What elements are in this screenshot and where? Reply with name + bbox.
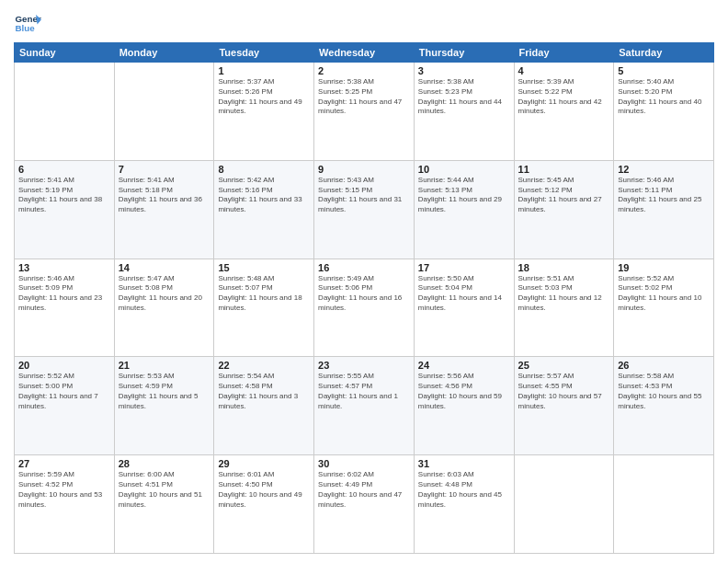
day-number: 18 (518, 262, 610, 273)
day-info: Sunrise: 5:47 AM Sunset: 5:08 PM Dayligh… (119, 274, 210, 314)
calendar-cell: 16Sunrise: 5:49 AM Sunset: 5:06 PM Dayli… (314, 259, 415, 357)
day-info: Sunrise: 5:52 AM Sunset: 5:00 PM Dayligh… (18, 372, 110, 411)
day-number: 27 (18, 458, 110, 469)
day-number: 26 (618, 360, 710, 371)
day-number: 3 (418, 65, 510, 76)
calendar-cell: 19Sunrise: 5:52 AM Sunset: 5:02 PM Dayli… (614, 259, 714, 357)
day-info: Sunrise: 5:59 AM Sunset: 4:52 PM Dayligh… (18, 470, 110, 510)
calendar-cell: 1Sunrise: 5:37 AM Sunset: 5:26 PM Daylig… (214, 63, 314, 161)
day-number: 15 (218, 262, 310, 273)
day-number: 9 (318, 164, 410, 175)
calendar-cell: 17Sunrise: 5:50 AM Sunset: 5:04 PM Dayli… (414, 259, 514, 357)
calendar-cell (614, 455, 714, 554)
day-number: 4 (518, 65, 610, 76)
calendar-cell: 10Sunrise: 5:44 AM Sunset: 5:13 PM Dayli… (414, 160, 514, 259)
day-number: 10 (418, 164, 510, 175)
day-info: Sunrise: 6:03 AM Sunset: 4:48 PM Dayligh… (418, 470, 510, 510)
day-info: Sunrise: 5:55 AM Sunset: 4:57 PM Dayligh… (318, 372, 410, 411)
day-info: Sunrise: 5:57 AM Sunset: 4:55 PM Dayligh… (518, 372, 610, 411)
day-number: 17 (418, 262, 510, 273)
day-info: Sunrise: 5:43 AM Sunset: 5:15 PM Dayligh… (318, 176, 410, 215)
calendar-cell: 21Sunrise: 5:53 AM Sunset: 4:59 PM Dayli… (114, 357, 214, 455)
day-info: Sunrise: 6:00 AM Sunset: 4:51 PM Dayligh… (119, 470, 210, 510)
calendar-cell: 6Sunrise: 5:41 AM Sunset: 5:19 PM Daylig… (15, 160, 115, 259)
day-info: Sunrise: 5:49 AM Sunset: 5:06 PM Dayligh… (318, 274, 410, 314)
day-info: Sunrise: 5:40 AM Sunset: 5:20 PM Dayligh… (618, 77, 710, 117)
weekday-header-tuesday: Tuesday (214, 43, 314, 63)
calendar-cell: 15Sunrise: 5:48 AM Sunset: 5:07 PM Dayli… (214, 259, 314, 357)
weekday-header-row: SundayMondayTuesdayWednesdayThursdayFrid… (15, 43, 714, 63)
calendar-cell: 29Sunrise: 6:01 AM Sunset: 4:50 PM Dayli… (214, 455, 314, 554)
day-info: Sunrise: 5:56 AM Sunset: 4:56 PM Dayligh… (418, 372, 510, 411)
weekday-header-friday: Friday (514, 43, 614, 63)
day-info: Sunrise: 5:52 AM Sunset: 5:02 PM Dayligh… (618, 274, 710, 314)
day-number: 22 (218, 360, 310, 371)
calendar-cell: 26Sunrise: 5:58 AM Sunset: 4:53 PM Dayli… (614, 357, 714, 455)
calendar-cell: 25Sunrise: 5:57 AM Sunset: 4:55 PM Dayli… (514, 357, 614, 455)
day-number: 21 (119, 360, 210, 371)
week-row-3: 13Sunrise: 5:46 AM Sunset: 5:09 PM Dayli… (15, 259, 714, 357)
calendar-cell: 11Sunrise: 5:45 AM Sunset: 5:12 PM Dayli… (514, 160, 614, 259)
day-info: Sunrise: 5:45 AM Sunset: 5:12 PM Dayligh… (518, 176, 610, 215)
day-number: 23 (318, 360, 410, 371)
week-row-2: 6Sunrise: 5:41 AM Sunset: 5:19 PM Daylig… (15, 160, 714, 259)
logo-icon: General Blue (14, 9, 41, 37)
calendar-cell: 28Sunrise: 6:00 AM Sunset: 4:51 PM Dayli… (114, 455, 214, 554)
day-number: 19 (618, 262, 710, 273)
day-number: 5 (618, 65, 710, 76)
day-info: Sunrise: 5:50 AM Sunset: 5:04 PM Dayligh… (418, 274, 510, 314)
weekday-header-wednesday: Wednesday (314, 43, 415, 63)
day-number: 16 (318, 262, 410, 273)
day-info: Sunrise: 5:37 AM Sunset: 5:26 PM Dayligh… (218, 77, 310, 117)
day-number: 30 (318, 458, 410, 469)
day-number: 20 (18, 360, 110, 371)
calendar-cell: 13Sunrise: 5:46 AM Sunset: 5:09 PM Dayli… (15, 259, 115, 357)
day-info: Sunrise: 5:48 AM Sunset: 5:07 PM Dayligh… (218, 274, 310, 314)
calendar-cell (15, 63, 115, 161)
day-number: 12 (618, 164, 710, 175)
day-number: 2 (318, 65, 410, 76)
calendar-cell: 23Sunrise: 5:55 AM Sunset: 4:57 PM Dayli… (314, 357, 415, 455)
day-info: Sunrise: 5:38 AM Sunset: 5:23 PM Dayligh… (418, 77, 510, 117)
day-info: Sunrise: 5:41 AM Sunset: 5:19 PM Dayligh… (18, 176, 110, 215)
svg-text:Blue: Blue (16, 23, 36, 33)
calendar-cell: 9Sunrise: 5:43 AM Sunset: 5:15 PM Daylig… (314, 160, 415, 259)
day-number: 11 (518, 164, 610, 175)
weekday-header-sunday: Sunday (15, 43, 115, 63)
day-number: 1 (218, 65, 310, 76)
day-info: Sunrise: 5:38 AM Sunset: 5:25 PM Dayligh… (318, 77, 410, 117)
day-info: Sunrise: 5:51 AM Sunset: 5:03 PM Dayligh… (518, 274, 610, 314)
day-info: Sunrise: 6:02 AM Sunset: 4:49 PM Dayligh… (318, 470, 410, 510)
weekday-header-thursday: Thursday (414, 43, 514, 63)
day-number: 25 (518, 360, 610, 371)
day-info: Sunrise: 6:01 AM Sunset: 4:50 PM Dayligh… (218, 470, 310, 510)
logo: General Blue (14, 9, 41, 37)
day-info: Sunrise: 5:42 AM Sunset: 5:16 PM Dayligh… (218, 176, 310, 215)
week-row-5: 27Sunrise: 5:59 AM Sunset: 4:52 PM Dayli… (15, 455, 714, 554)
calendar-cell: 3Sunrise: 5:38 AM Sunset: 5:23 PM Daylig… (414, 63, 514, 161)
day-info: Sunrise: 5:44 AM Sunset: 5:13 PM Dayligh… (418, 176, 510, 215)
calendar-cell (114, 63, 214, 161)
calendar-cell: 4Sunrise: 5:39 AM Sunset: 5:22 PM Daylig… (514, 63, 614, 161)
day-number: 24 (418, 360, 510, 371)
calendar-cell: 24Sunrise: 5:56 AM Sunset: 4:56 PM Dayli… (414, 357, 514, 455)
day-info: Sunrise: 5:58 AM Sunset: 4:53 PM Dayligh… (618, 372, 710, 411)
weekday-header-monday: Monday (114, 43, 214, 63)
calendar-cell: 27Sunrise: 5:59 AM Sunset: 4:52 PM Dayli… (15, 455, 115, 554)
calendar-table: SundayMondayTuesdayWednesdayThursdayFrid… (14, 42, 714, 554)
day-info: Sunrise: 5:39 AM Sunset: 5:22 PM Dayligh… (518, 77, 610, 117)
day-info: Sunrise: 5:46 AM Sunset: 5:11 PM Dayligh… (618, 176, 710, 215)
calendar-cell: 31Sunrise: 6:03 AM Sunset: 4:48 PM Dayli… (414, 455, 514, 554)
calendar-cell: 12Sunrise: 5:46 AM Sunset: 5:11 PM Dayli… (614, 160, 714, 259)
calendar-cell: 7Sunrise: 5:41 AM Sunset: 5:18 PM Daylig… (114, 160, 214, 259)
weekday-header-saturday: Saturday (614, 43, 714, 63)
day-number: 7 (119, 164, 210, 175)
page: General Blue SundayMondayTuesdayWednesda… (0, 0, 728, 563)
day-number: 31 (418, 458, 510, 469)
day-number: 6 (18, 164, 110, 175)
calendar-cell: 20Sunrise: 5:52 AM Sunset: 5:00 PM Dayli… (15, 357, 115, 455)
calendar-cell: 5Sunrise: 5:40 AM Sunset: 5:20 PM Daylig… (614, 63, 714, 161)
header: General Blue (14, 9, 714, 37)
calendar-cell: 2Sunrise: 5:38 AM Sunset: 5:25 PM Daylig… (314, 63, 415, 161)
day-number: 29 (218, 458, 310, 469)
